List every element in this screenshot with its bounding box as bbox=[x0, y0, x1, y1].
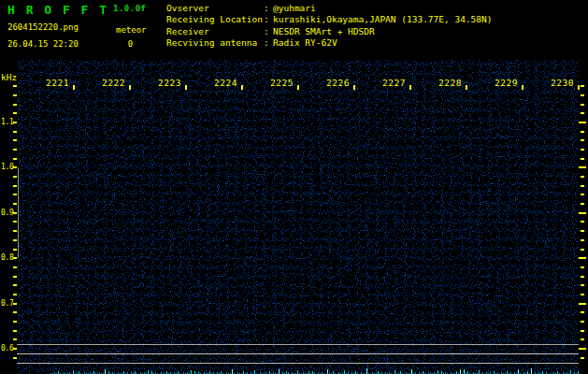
time-tick-mark bbox=[522, 85, 523, 90]
freq-tick-mark bbox=[581, 249, 584, 251]
freq-tick-mark bbox=[579, 166, 586, 168]
info-row: Receiving Location:kurashiki,Okayama,JAP… bbox=[166, 14, 493, 25]
signal-bar bbox=[464, 369, 465, 374]
signal-bar bbox=[366, 368, 367, 374]
freq-tick-mark bbox=[13, 330, 17, 332]
info-row: Recviving antenna:Radix RY-62V bbox=[166, 37, 493, 49]
info-colon: : bbox=[264, 26, 273, 37]
signal-bar bbox=[518, 369, 519, 374]
freq-tick-mark bbox=[13, 149, 17, 151]
signal-bar bbox=[460, 369, 461, 374]
info-row: Receiver:NESDR SMArt + HDSDR bbox=[166, 26, 493, 37]
freq-tick-mark bbox=[581, 221, 584, 223]
signal-bar bbox=[191, 370, 192, 374]
signal-bar bbox=[531, 368, 532, 374]
freq-tick-mark bbox=[13, 311, 17, 313]
freq-tick-label: 0.9 bbox=[1, 209, 14, 217]
freq-tick-label: 1.0 bbox=[1, 163, 14, 171]
time-tick-mark bbox=[185, 85, 187, 90]
freq-tick-label: 0.8 bbox=[1, 253, 14, 262]
freq-tick-mark bbox=[581, 149, 584, 151]
freq-tick-mark bbox=[579, 212, 586, 214]
freq-tick-mark bbox=[581, 139, 584, 141]
freq-tick-mark bbox=[13, 294, 17, 295]
freq-tick-mark bbox=[13, 158, 17, 160]
freq-tick-mark bbox=[13, 230, 17, 232]
info-value: NESDR SMArt + HDSDR bbox=[273, 26, 375, 36]
freq-tick-mark bbox=[581, 284, 584, 286]
meteor-count-label: meteor bbox=[116, 25, 147, 35]
time-tick-mark bbox=[578, 85, 580, 90]
freq-tick-mark bbox=[13, 185, 17, 187]
meteor-count-value: 0 bbox=[116, 39, 145, 49]
freq-tick-mark bbox=[581, 357, 584, 359]
signal-bar bbox=[437, 370, 438, 374]
time-tick-mark bbox=[297, 85, 299, 90]
signal-bar bbox=[279, 369, 280, 374]
info-label: Recviving antenna bbox=[166, 37, 264, 49]
signal-bar bbox=[394, 370, 395, 374]
freq-tick-mark bbox=[579, 257, 586, 259]
freq-tick-mark bbox=[581, 239, 584, 241]
info-label: Ovserver bbox=[166, 3, 264, 14]
info-colon: : bbox=[264, 14, 273, 25]
freq-tick-mark bbox=[581, 185, 584, 187]
freq-tick-mark bbox=[581, 311, 584, 313]
signal-bar bbox=[297, 370, 298, 374]
freq-tick-mark bbox=[13, 85, 17, 87]
freq-tick-mark bbox=[13, 357, 17, 359]
freq-tick-mark bbox=[13, 321, 17, 323]
info-value: kurashiki,Okayama,JAPAN (133.77E, 34.58N… bbox=[273, 14, 493, 24]
freq-tick-mark bbox=[581, 131, 584, 133]
time-tick-mark bbox=[353, 85, 355, 90]
time-tick-mark bbox=[129, 85, 131, 90]
freq-tick-mark bbox=[579, 303, 586, 305]
time-tick-mark bbox=[241, 85, 243, 90]
freq-tick-mark bbox=[581, 176, 584, 178]
freq-tick-mark bbox=[581, 266, 584, 268]
freq-tick-mark bbox=[13, 94, 17, 96]
freq-tick-mark bbox=[13, 239, 17, 241]
time-tick-label: 2228 bbox=[424, 78, 462, 88]
time-tick-label: 2224 bbox=[200, 78, 237, 88]
signal-bar bbox=[232, 369, 233, 374]
freq-tick-mark bbox=[13, 266, 17, 268]
time-tick-mark bbox=[409, 85, 411, 90]
freq-tick-mark bbox=[581, 85, 584, 87]
info-colon: : bbox=[264, 37, 273, 49]
spectrogram-noise bbox=[17, 60, 579, 374]
freq-tick-mark bbox=[581, 321, 584, 323]
khz-axis-label: kHz bbox=[1, 72, 17, 82]
carrier-line bbox=[17, 344, 579, 345]
signal-bar bbox=[148, 370, 149, 374]
output-filename: 2604152220.png bbox=[7, 22, 79, 32]
app-title: H R O F F T bbox=[7, 3, 108, 17]
signal-bar bbox=[570, 370, 571, 374]
signal-bar bbox=[479, 370, 480, 374]
time-tick-mark bbox=[466, 85, 467, 90]
freq-tick-label: 0.7 bbox=[1, 299, 14, 308]
info-value: @yuhmari bbox=[273, 3, 316, 13]
app-version: 1.0.0f bbox=[113, 4, 147, 13]
freq-tick-mark bbox=[581, 112, 584, 114]
freq-tick-mark bbox=[13, 131, 17, 133]
time-tick-label: 2222 bbox=[88, 78, 125, 88]
time-tick-label: 2226 bbox=[312, 78, 350, 88]
freq-tick-mark bbox=[579, 348, 586, 350]
signal-bar bbox=[105, 369, 106, 374]
freq-tick-mark bbox=[579, 122, 586, 123]
freq-tick-mark bbox=[13, 194, 17, 195]
freq-tick-mark bbox=[581, 104, 584, 106]
carrier-line bbox=[17, 353, 579, 354]
freq-tick-mark bbox=[13, 104, 17, 106]
freq-tick-mark bbox=[581, 276, 584, 278]
reference-bar bbox=[18, 167, 19, 258]
info-row: Ovserver:@yuhmari bbox=[166, 3, 493, 14]
signal-bar bbox=[73, 370, 74, 374]
time-tick-label: 2230 bbox=[537, 78, 574, 88]
time-tick-label: 2229 bbox=[480, 78, 518, 88]
freq-tick-mark bbox=[13, 176, 17, 178]
hrofft-screen: H R O F F T 1.0.0f 2604152220.png meteor… bbox=[0, 0, 588, 374]
info-value: Radix RY-62V bbox=[273, 37, 337, 48]
freq-tick-mark bbox=[13, 284, 17, 286]
